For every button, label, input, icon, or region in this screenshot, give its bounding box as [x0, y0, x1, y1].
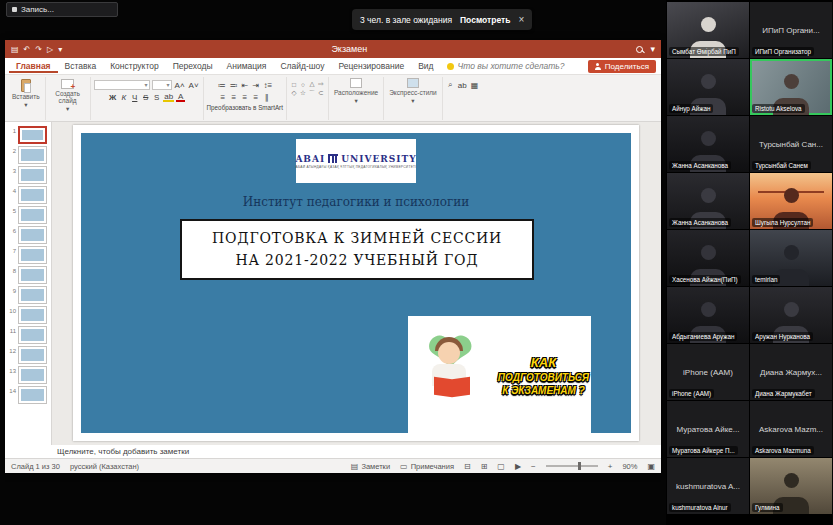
slide-canvas[interactable]: ABAI UNIVERSITY АБАЙ АТЫНДАҒЫ ҚАЗАҚ ҰЛТТ… [73, 125, 639, 441]
slide-thumbnail-1[interactable]: 1 [5, 125, 51, 145]
participant-tile[interactable]: Askarova Mazm...Askarova Mazmuna [750, 401, 832, 457]
participant-tile[interactable]: iPhone (AAM)iPhone (AAM) [667, 344, 749, 400]
slide-sorter-view-icon[interactable]: ⊞ [481, 462, 488, 471]
indent-decrease-icon[interactable]: ⇤ [240, 80, 249, 90]
tab-Вставка[interactable]: Вставка [58, 59, 104, 73]
text-shadow-button[interactable]: S [152, 92, 161, 102]
zoom-level[interactable]: 90% [622, 462, 637, 471]
tab-Слайд-шоу[interactable]: Слайд-шоу [273, 59, 331, 73]
slide-thumbnail-9[interactable]: 9 [5, 285, 51, 305]
align-center-button[interactable]: ≡ [229, 92, 238, 102]
font-size-select[interactable] [152, 80, 172, 90]
italic-button[interactable]: К [119, 92, 128, 102]
participant-tile[interactable]: temirlan [750, 230, 832, 286]
notes-pane[interactable]: Щелкните, чтобы добавить заметки [5, 445, 661, 458]
justify-button[interactable]: ≡ [251, 92, 260, 102]
slide-thumbnail-2[interactable]: 2 [5, 145, 51, 165]
participant-tile[interactable]: Аружан Нурканова [750, 287, 832, 343]
participant-tile[interactable]: kushmuratova A...kushmuratova Ainur [667, 458, 749, 514]
bullets-button[interactable]: ≔ [216, 80, 226, 90]
ribbon-options-icon[interactable]: ▾ [650, 44, 655, 54]
undo-icon[interactable]: ↶ [24, 45, 31, 54]
redo-icon[interactable]: ↷ [35, 45, 42, 54]
comments-toggle[interactable]: ▭ Примечания [400, 462, 454, 471]
slide-thumbnail-14[interactable]: 14 [5, 385, 51, 405]
participant-tile[interactable]: Турсынбай Сан...Турсынбай Санем [750, 116, 832, 172]
shape-icon[interactable]: ⌒ [308, 89, 316, 97]
tab-Вид[interactable]: Вид [411, 59, 440, 73]
participant-tile[interactable]: Жанна Асанканова [667, 173, 749, 229]
strikethrough-button[interactable]: S [141, 92, 150, 102]
indent-increase-icon[interactable]: ⇥ [251, 80, 260, 90]
slide-thumbnail-8[interactable]: 8 [5, 265, 51, 285]
participant-tile[interactable]: Хасенова Айжан(ПиП) [667, 230, 749, 286]
bold-button[interactable]: Ж [108, 92, 117, 102]
waiting-room-close-icon[interactable]: × [518, 14, 524, 25]
paste-button[interactable]: Вставить ▾ [10, 78, 42, 110]
shape-icon[interactable]: ○ [299, 80, 307, 88]
slide-thumbnail-5[interactable]: 5 [5, 205, 51, 225]
align-left-button[interactable]: ≡ [218, 92, 227, 102]
participant-tile[interactable]: Диана Жармух...Диана Жармукабет [750, 344, 832, 400]
new-slide-button[interactable]: Создать слайд ▾ [49, 78, 87, 114]
slide-number-indicator[interactable]: Слайд 1 из 30 [11, 462, 60, 471]
waiting-room-view-button[interactable]: Посмотреть [460, 15, 510, 25]
zoom-slider-thumb[interactable] [578, 462, 581, 470]
tab-Рецензирование[interactable]: Рецензирование [332, 59, 412, 73]
font-color-button[interactable]: А [176, 92, 185, 102]
highlight-color-button[interactable]: ab [163, 92, 174, 102]
slideshow-view-icon[interactable]: ▶ [515, 462, 521, 471]
slide-thumbnail-13[interactable]: 13 [5, 365, 51, 385]
institute-text[interactable]: Институт педагогики и психологии [81, 195, 631, 209]
tell-me-box[interactable]: Что вы хотите сделать? [447, 61, 565, 71]
recording-indicator[interactable]: Запись... [6, 2, 118, 17]
tab-Анимация[interactable]: Анимация [220, 59, 274, 73]
slide-thumbnail-12[interactable]: 12 [5, 345, 51, 365]
shape-icon[interactable]: ◇ [290, 89, 298, 97]
slide-thumbnail-3[interactable]: 3 [5, 165, 51, 185]
participant-tile[interactable]: ИПиП Органи...ИПиП Организатор [750, 2, 832, 58]
participant-tile[interactable]: Гулмина [750, 458, 832, 514]
save-icon[interactable]: ▤ [11, 45, 19, 54]
tab-Переходы[interactable]: Переходы [166, 59, 220, 73]
exam-question-image[interactable]: ❤ КАК ПОДГОТОВИТЬСЯ К ЭКЗАМЕНАМ ? [408, 316, 591, 434]
shrink-font-icon[interactable]: A˅ [188, 80, 200, 90]
grow-font-icon[interactable]: A˄ [174, 80, 186, 90]
participant-tile[interactable]: Ristotu Akselova [750, 59, 832, 115]
participant-tile[interactable]: Айнур Айжан [667, 59, 749, 115]
shape-icon[interactable]: ⇨ [317, 80, 325, 88]
arrange-button[interactable]: Расположение ▾ [332, 78, 380, 105]
search-icon[interactable] [636, 46, 643, 53]
participant-tile[interactable]: Шугыла Нурсултан [750, 173, 832, 229]
quick-styles-button[interactable]: Экспресс-стили ▾ [387, 78, 439, 105]
zoom-slider[interactable] [546, 465, 598, 467]
fit-to-window-icon[interactable]: ▣ [647, 462, 655, 471]
share-button[interactable]: Поделиться [588, 60, 656, 73]
smartart-convert-button[interactable]: Преобразовать в SmartArt [207, 104, 283, 111]
start-slideshow-icon[interactable]: ▷ [47, 45, 53, 54]
columns-button[interactable]: ∥ [262, 92, 271, 102]
slide-thumbnail-10[interactable]: 10 [5, 305, 51, 325]
customize-toolbar-icon[interactable]: ▾ [58, 45, 62, 54]
zoom-in-icon[interactable]: + [608, 462, 613, 471]
reading-view-icon[interactable]: ▢ [497, 462, 505, 471]
slide-title-box[interactable]: ПОДГОТОВКА К ЗИМНЕЙ СЕССИИ НА 2021-2022 … [180, 219, 534, 280]
zoom-out-icon[interactable]: − [531, 462, 536, 471]
tab-Главная[interactable]: Главная [9, 59, 58, 73]
shape-icon[interactable]: ⊂ [317, 89, 325, 97]
slide-thumbnail-11[interactable]: 11 [5, 325, 51, 345]
slide-thumbnail-4[interactable]: 4 [5, 185, 51, 205]
normal-view-icon[interactable]: ⊟ [464, 462, 471, 471]
slide-thumbnail-6[interactable]: 6 [5, 225, 51, 245]
language-indicator[interactable]: русский (Казахстан) [70, 462, 139, 471]
university-logo[interactable]: ABAI UNIVERSITY АБАЙ АТЫНДАҒЫ ҚАЗАҚ ҰЛТТ… [296, 139, 416, 183]
line-spacing-icon[interactable]: ↕≡ [262, 80, 273, 90]
participant-tile[interactable]: Сымбат Өмірбай ПиП [667, 2, 749, 58]
notes-toggle[interactable]: ▤ Заметки [351, 462, 390, 471]
participant-tile[interactable]: Муратова Айке...Муратова Айкере П... [667, 401, 749, 457]
replace-icon[interactable]: ab [457, 80, 468, 90]
find-icon[interactable]: ⌕ [446, 80, 455, 90]
shape-icon[interactable]: ☆ [299, 89, 307, 97]
slide-thumbnail-7[interactable]: 7 [5, 245, 51, 265]
participant-tile[interactable]: Абдыганиева Аружан [667, 287, 749, 343]
